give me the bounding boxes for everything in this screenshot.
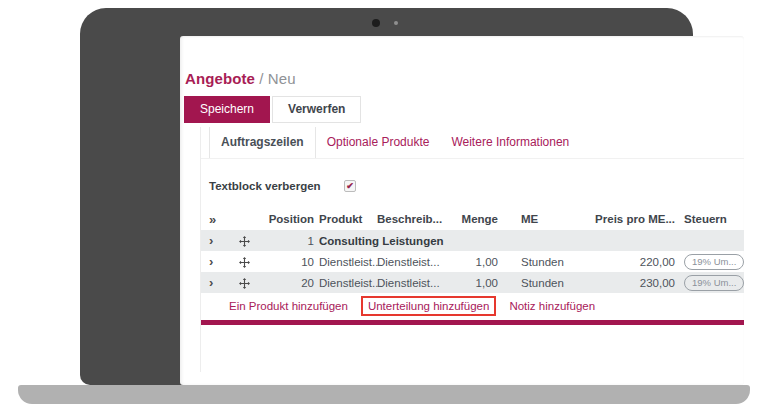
cell-me[interactable]: Stunden [506,256,581,268]
annotation-highlight-box: Unterteilung hinzufügen [361,296,496,316]
cell-section-name[interactable]: Consulting Leistungen [319,235,744,247]
header-me[interactable]: ME [506,213,581,225]
laptop-mockup: Angebote / Neu Speichern Verwerfen Auftr… [0,0,770,404]
cell-menge[interactable]: 1,00 [441,256,506,268]
header-beschreibung[interactable]: Beschreib... [377,213,441,225]
action-button-row: Speichern Verwerfen [184,96,744,123]
cell-position[interactable]: 20 [259,277,319,289]
cell-menge[interactable]: 1,00 [441,277,506,289]
table-row-section[interactable]: › 1 Consulting Leistungen [201,230,744,251]
tab-weitere-informationen[interactable]: Weitere Informationen [440,127,580,158]
row-expand-icon[interactable]: › [201,234,229,247]
row-expand-icon[interactable]: › [201,255,229,268]
add-section-link[interactable]: Unterteilung hinzufügen [368,300,489,312]
header-preis-pro-me[interactable]: Preis pro ME... [581,213,679,225]
webcam-led-icon [394,21,398,25]
order-lines-table: » Position Produkt Beschreib... Menge ME… [201,208,744,325]
tab-auftragszeilen[interactable]: Auftragszeilen [209,127,316,158]
drag-handle-icon[interactable] [229,234,259,246]
cell-position[interactable]: 10 [259,256,319,268]
textblock-label: Textblock verbergen [209,180,344,192]
drag-handle-icon[interactable] [229,255,259,267]
laptop-frame: Angebote / Neu Speichern Verwerfen Auftr… [80,8,693,385]
cell-beschreibung[interactable]: Dienstleist... [377,277,441,289]
cell-steuern: 19% Um... [679,254,744,270]
textblock-field-row: Textblock verbergen ✔ [209,180,744,192]
tab-optionale-produkte[interactable]: Optionale Produkte [316,127,441,158]
cell-preis[interactable]: 230,00 [581,277,679,289]
tax-tag[interactable]: 19% Um... [684,254,744,270]
breadcrumb-separator: / [259,70,263,87]
table-row-line[interactable]: › 20 Dienstleist... Dienstleist... 1,00 … [201,272,744,293]
header-menge[interactable]: Menge [441,213,506,225]
laptop-base [18,385,750,404]
breadcrumb-angebote[interactable]: Angebote [185,70,255,87]
header-produkt[interactable]: Produkt [319,213,377,225]
cell-steuern: 19% Um... [679,275,744,291]
cell-me[interactable]: Stunden [506,277,581,289]
form-sheet: Auftragszeilen Optionale Produkte Weiter… [200,127,744,372]
cell-beschreibung[interactable]: Dienstleist... [377,256,441,268]
webcam-icon [372,19,380,27]
app-screen: Angebote / Neu Speichern Verwerfen Auftr… [180,36,744,385]
cell-preis[interactable]: 220,00 [581,256,679,268]
breadcrumb-current: Neu [268,70,296,87]
breadcrumb: Angebote / Neu [185,70,744,87]
cell-position[interactable]: 1 [259,235,319,247]
header-position[interactable]: Position [259,213,319,225]
tax-tag[interactable]: 19% Um... [684,275,744,291]
drag-handle-icon[interactable] [229,276,259,288]
row-expand-icon[interactable]: › [201,276,229,289]
cell-produkt[interactable]: Dienstleist... [319,277,377,289]
add-note-link[interactable]: Notiz hinzufügen [509,300,595,312]
discard-button[interactable]: Verwerfen [272,96,361,123]
textblock-checkbox[interactable]: ✔ [344,180,356,192]
add-product-link[interactable]: Ein Produkt hinzufügen [229,300,348,312]
cell-produkt[interactable]: Dienstleist... [319,256,377,268]
table-row-line[interactable]: › 10 Dienstleist... Dienstleist... 1,00 … [201,251,744,272]
header-steuern[interactable]: Steuern [679,213,744,225]
save-button[interactable]: Speichern [184,96,270,123]
notebook-tabbar: Auftragszeilen Optionale Produkte Weiter… [201,127,744,159]
table-header-row: » Position Produkt Beschreib... Menge ME… [201,208,744,230]
table-footer-links: Ein Produkt hinzufügen Unterteilung hinz… [201,293,744,318]
table-bottom-bar [201,320,744,325]
expand-all-icon[interactable]: » [201,212,229,227]
